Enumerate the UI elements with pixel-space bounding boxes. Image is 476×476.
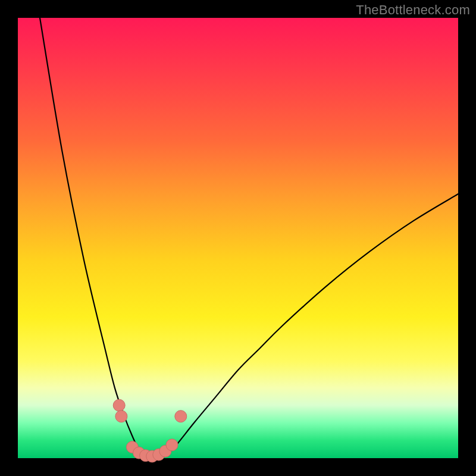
bottleneck-curve xyxy=(40,18,458,459)
curve-marker xyxy=(115,411,127,422)
chart-svg xyxy=(18,18,458,458)
chart-frame: TheBottleneck.com xyxy=(0,0,476,476)
curve-marker xyxy=(166,439,178,451)
curve-marker xyxy=(113,399,125,411)
curve-marker xyxy=(175,411,187,422)
watermark-text: TheBottleneck.com xyxy=(356,2,470,18)
curve-markers xyxy=(113,399,187,462)
